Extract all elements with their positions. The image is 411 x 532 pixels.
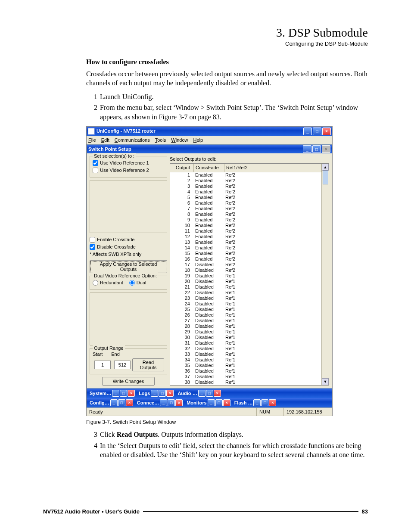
menu-edit[interactable]: Edit [101,137,109,143]
mdi-task[interactable]: System…_□× [87,389,136,397]
task-close-icon[interactable]: × [166,390,174,397]
dual-radio[interactable]: Dual [129,280,146,286]
write-changes-button[interactable]: Write Changes [102,377,155,386]
table-row[interactable]: 35DisabledRef1 [170,363,321,368]
apply-changes-button[interactable]: Apply Changes to Selected Outputs [90,260,167,273]
task-close-icon[interactable]: × [126,399,133,406]
table-row[interactable]: 29DisabledRef1 [170,329,321,335]
table-row[interactable]: 23DisabledRef1 [170,296,321,301]
scroll-up-icon[interactable]: ▲ [322,164,329,171]
task-minimize-icon[interactable]: _ [110,399,118,406]
task-close-icon[interactable]: × [214,390,221,397]
table-row[interactable]: 19DisabledRef1 [170,273,321,279]
task-close-icon[interactable]: × [175,399,183,406]
task-minimize-icon[interactable]: _ [151,390,158,397]
task-maximize-icon[interactable]: □ [159,390,166,397]
table-row[interactable]: 4EnabledRef2 [170,189,321,195]
table-row[interactable]: 24DisabledRef1 [170,301,321,307]
task-maximize-icon[interactable]: □ [261,399,268,406]
table-row[interactable]: 21DisabledRef1 [170,284,321,290]
menu-communications[interactable]: Communications [115,137,150,143]
table-row[interactable]: 5EnabledRef2 [170,195,321,200]
menu-window[interactable]: Window [171,137,188,143]
close-button[interactable]: × [322,128,331,135]
use-ref2-checkbox[interactable]: Use Video Reference 2 [93,167,164,174]
app-titlebar[interactable]: UniConfig - NV7512 router _ □ × [87,127,332,136]
scrollbar[interactable]: ▲ ▼ [321,164,329,385]
table-row[interactable]: 22DisabledRef1 [170,290,321,296]
maximize-button[interactable]: □ [313,128,321,135]
table-row[interactable]: 14EnabledRef2 [170,245,321,251]
col-ref[interactable]: Ref1/Ref2 [224,164,321,172]
menubar[interactable]: File Edit Communications Tools Window He… [87,136,332,145]
table-row[interactable]: 27DisabledRef1 [170,318,321,324]
enable-crossfade-checkbox[interactable]: Enable Crossfade [90,236,167,243]
table-row[interactable]: 32DisabledRef1 [170,346,321,352]
table-row[interactable]: 20DisabledRef1 [170,279,321,284]
task-maximize-icon[interactable]: □ [215,399,223,406]
table-row[interactable]: 38DisabledRef1 [170,380,321,385]
table-row[interactable]: 3EnabledRef2 [170,184,321,189]
task-minimize-icon[interactable]: _ [253,399,261,406]
task-minimize-icon[interactable]: _ [160,399,167,406]
child-titlebar[interactable]: Switch Point Setup _ □ × [87,145,332,153]
child-minimize-button[interactable]: _ [303,145,311,153]
task-maximize-icon[interactable]: □ [120,390,127,397]
col-output[interactable]: Output [170,164,194,172]
menu-help[interactable]: Help [193,137,203,143]
read-outputs-button[interactable]: Read Outputs [132,358,164,371]
table-row[interactable]: 17DisabledRef2 [170,262,321,268]
mdi-task[interactable]: Audio …_□× [175,389,221,397]
mdi-task[interactable]: Connec…_□× [135,399,184,407]
task-close-icon[interactable]: × [128,390,135,397]
table-row[interactable]: 12EnabledRef2 [170,234,321,240]
table-row[interactable]: 36DisabledRef1 [170,368,321,374]
menu-file[interactable]: File [88,137,96,143]
task-close-icon[interactable]: × [269,399,276,406]
table-row[interactable]: 1EnabledRef2 [170,172,321,178]
table-row[interactable]: 11EnabledRef2 [170,228,321,234]
task-minimize-icon[interactable]: _ [198,390,206,397]
use-ref1-checkbox[interactable]: Use Video Reference 1 [93,160,164,166]
outputs-table[interactable]: Output CrossFade Ref1/Ref2 1EnabledRef22… [170,163,329,386]
scroll-down-icon[interactable]: ▼ [322,378,329,385]
end-input[interactable] [114,361,131,369]
minimize-button[interactable]: _ [303,128,312,135]
child-maximize-button[interactable]: □ [312,145,321,153]
table-row[interactable]: 9EnabledRef2 [170,217,321,223]
table-row[interactable]: 10EnabledRef2 [170,223,321,228]
table-row[interactable]: 30DisabledRef1 [170,335,321,340]
col-crossfade[interactable]: CrossFade [194,164,224,172]
task-maximize-icon[interactable]: □ [118,399,125,406]
table-row[interactable]: 15EnabledRef2 [170,251,321,256]
mdi-task[interactable]: Config…_□× [87,399,134,407]
disable-crossfade-checkbox[interactable]: Disable Crossfade [90,244,167,250]
table-row[interactable]: 18DisabledRef2 [170,268,321,273]
table-row[interactable]: 6EnabledRef2 [170,200,321,206]
table-row[interactable]: 34DisabledRef1 [170,357,321,363]
table-row[interactable]: 7EnabledRef2 [170,206,321,212]
table-row[interactable]: 16EnabledRef2 [170,256,321,262]
table-row[interactable]: 31DisabledRef1 [170,340,321,346]
task-close-icon[interactable]: × [223,399,230,406]
mdi-task[interactable]: Flash …_□× [232,399,277,407]
mdi-task[interactable]: Monitors_□× [184,399,231,407]
start-input[interactable] [94,361,111,369]
table-row[interactable]: 28DisabledRef1 [170,324,321,329]
redundant-radio[interactable]: Redundant [93,280,123,286]
table-row[interactable]: 33DisabledRef1 [170,352,321,357]
table-row[interactable]: 26DisabledRef1 [170,312,321,318]
task-maximize-icon[interactable]: □ [168,399,175,406]
table-row[interactable]: 13EnabledRef2 [170,240,321,245]
scroll-thumb[interactable] [323,171,328,184]
mdi-task[interactable]: Logs_□× [137,389,174,397]
table-row[interactable]: 25DisabledRef1 [170,307,321,312]
task-minimize-icon[interactable]: _ [112,390,119,397]
table-row[interactable]: 2EnabledRef2 [170,178,321,184]
task-maximize-icon[interactable]: □ [206,390,213,397]
task-minimize-icon[interactable]: _ [208,399,215,406]
menu-tools[interactable]: Tools [155,137,166,143]
table-row[interactable]: 37DisabledRef1 [170,374,321,380]
table-row[interactable]: 8EnabledRef2 [170,212,321,217]
footer-left: NV7512 Audio Router • User's Guide [43,508,140,515]
